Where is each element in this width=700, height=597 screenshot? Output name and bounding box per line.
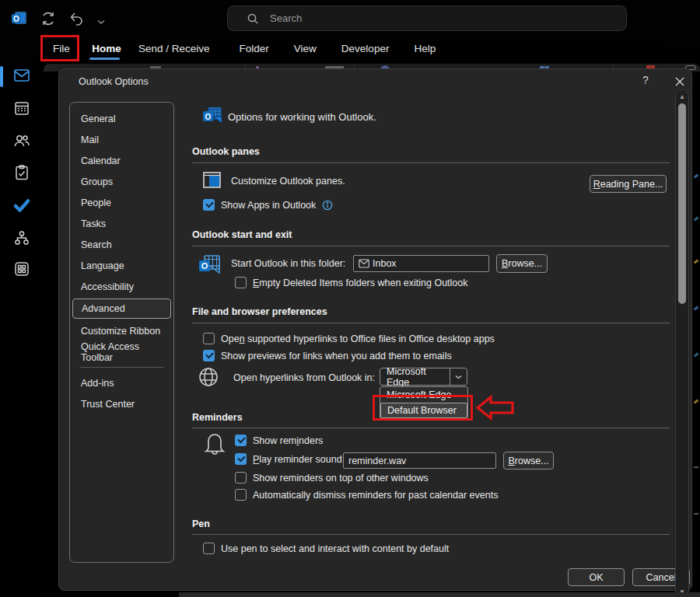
nav-language[interactable]: Language	[70, 255, 173, 276]
reading-pane-button[interactable]: Reading Pane...	[590, 175, 667, 193]
people-icon[interactable]	[12, 131, 31, 150]
open-supported-checkbox[interactable]	[203, 333, 215, 344]
combobox-chevron-icon[interactable]	[450, 368, 467, 385]
section-start-exit: Outlook start and exit	[192, 229, 292, 240]
globe-icon	[198, 366, 219, 391]
section-outlook-panes: Outlook panes	[192, 146, 260, 157]
nav-general[interactable]: General	[70, 108, 173, 129]
outlook-logo: O	[10, 9, 29, 28]
show-reminders-label: Show reminders	[253, 435, 323, 446]
reminder-sound-value: reminder.wav	[348, 456, 406, 466]
nav-customize-ribbon[interactable]: Customize Ribbon	[70, 320, 173, 341]
qat-chevron-down-icon[interactable]	[92, 12, 110, 31]
ok-button[interactable]: OK	[568, 568, 625, 586]
sidebar-active-indicator	[0, 66, 3, 87]
nav-mail[interactable]: Mail	[70, 129, 173, 150]
open-supported-label: Open supported hyperlinks to Office file…	[221, 333, 495, 344]
nav-calendar[interactable]: Calendar	[70, 150, 173, 171]
search-input[interactable]: Search	[227, 5, 627, 31]
app-sidebar	[0, 64, 44, 597]
divider	[192, 428, 670, 428]
nav-tasks[interactable]: Tasks	[70, 213, 173, 234]
open-hyperlinks-label: Open hyperlinks from Outlook in:	[233, 372, 375, 383]
app-titlebar: O Search	[0, 0, 700, 36]
show-reminders-row: Show reminders	[235, 435, 323, 446]
empty-deleted-label: Empty Deleted Items folders when exiting…	[253, 278, 468, 288]
browse-sound-button[interactable]: Browse...	[503, 452, 554, 470]
use-pen-checkbox[interactable]	[203, 543, 215, 554]
show-previews-row: Show previews for links when you add the…	[203, 350, 452, 361]
empty-deleted-checkbox[interactable]	[235, 277, 247, 288]
org-chart-icon[interactable]	[12, 229, 31, 247]
start-folder-label: Start Outlook in this folder:	[231, 258, 345, 269]
auto-dismiss-checkbox[interactable]	[235, 489, 247, 501]
show-apps-label: Show Apps in Outlook	[221, 200, 316, 211]
reminders-on-top-label: Show reminders on top of other windows	[253, 473, 429, 484]
nav-trust-center[interactable]: Trust Center	[70, 393, 173, 414]
reminders-on-top-checkbox[interactable]	[235, 472, 247, 484]
section-file-browser: File and browser preferences	[192, 306, 327, 317]
menu-send-receive[interactable]: Send / Receive	[138, 43, 211, 54]
start-folder-input[interactable]: Inbox	[353, 255, 489, 272]
divider	[192, 246, 670, 246]
panes-icon	[202, 170, 222, 193]
show-previews-label: Show previews for links when you add the…	[221, 351, 452, 361]
nav-add-ins[interactable]: Add-ins	[70, 372, 173, 393]
sync-icon[interactable]	[39, 9, 58, 28]
reminder-sound-input[interactable]: reminder.wav	[343, 452, 496, 469]
use-pen-label: Use pen to select and interact with cont…	[221, 543, 449, 554]
browser-combobox[interactable]: Microsoft Edge	[380, 368, 467, 386]
calendar-icon[interactable]	[12, 99, 31, 117]
scroll-up-icon[interactable]: ▲	[676, 93, 688, 100]
empty-deleted-row: Empty Deleted Items folders when exiting…	[235, 277, 468, 288]
svg-text:O: O	[201, 261, 208, 271]
auto-dismiss-row: Automatically dismiss reminders for past…	[235, 489, 498, 501]
browser-combobox-value: Microsoft Edge	[380, 366, 450, 388]
divider	[192, 534, 670, 535]
play-sound-checkbox[interactable]	[235, 453, 247, 465]
show-previews-checkbox[interactable]	[203, 350, 215, 361]
options-nav: General Mail Calendar Groups People Task…	[69, 102, 174, 563]
dialog-help-button[interactable]: ?	[639, 74, 653, 88]
close-icon[interactable]	[672, 74, 688, 89]
info-icon[interactable]	[322, 200, 333, 211]
nav-divider	[79, 367, 164, 368]
use-pen-row: Use pen to select and interact with cont…	[203, 543, 449, 554]
envelope-icon	[359, 259, 369, 268]
menu-folder[interactable]: Folder	[239, 43, 270, 54]
nav-advanced[interactable]: Advanced	[72, 298, 171, 319]
section-reminders: Reminders	[192, 412, 243, 423]
nav-search[interactable]: Search	[70, 234, 173, 255]
play-sound-label: Play reminder sound:	[253, 454, 345, 465]
dialog-scrollbar[interactable]: ▲ ▼	[675, 89, 689, 597]
todo-check-icon[interactable]	[12, 196, 31, 215]
nav-quick-access-toolbar[interactable]: Quick Access Toolbar	[70, 341, 173, 362]
mail-icon[interactable]	[12, 66, 31, 85]
nav-people[interactable]: People	[70, 192, 173, 213]
divider	[192, 323, 670, 323]
undo-icon[interactable]	[67, 9, 86, 28]
active-tab-indicator	[89, 58, 120, 60]
apps-grid-icon[interactable]	[12, 260, 31, 278]
show-reminders-checkbox[interactable]	[235, 435, 247, 446]
nav-groups[interactable]: Groups	[70, 171, 173, 192]
show-apps-checkbox[interactable]	[203, 199, 215, 211]
page-header: Options for working with Outlook.	[228, 111, 376, 123]
start-folder-value: Inbox	[373, 258, 397, 269]
search-placeholder: Search	[270, 12, 302, 24]
auto-dismiss-label: Automatically dismiss reminders for past…	[253, 490, 498, 501]
tasks-icon[interactable]	[12, 163, 31, 182]
nav-accessibility[interactable]: Accessibility	[70, 276, 173, 297]
scrollbar-thumb[interactable]	[678, 103, 686, 304]
browse-folder-button[interactable]: Browse...	[496, 254, 548, 273]
menu-help[interactable]: Help	[413, 43, 436, 54]
annotation-arrow-left-icon	[475, 394, 516, 424]
open-supported-row: Open supported hyperlinks to Office file…	[203, 333, 495, 344]
customize-panes-label: Customize Outlook panes.	[231, 176, 345, 187]
search-icon	[247, 12, 259, 25]
default-browser-annotation-box	[373, 395, 473, 421]
menu-home[interactable]: Home	[89, 43, 124, 54]
menu-developer[interactable]: Developer	[341, 43, 390, 54]
reminders-on-top-row: Show reminders on top of other windows	[235, 472, 429, 484]
menu-view[interactable]: View	[293, 43, 317, 54]
